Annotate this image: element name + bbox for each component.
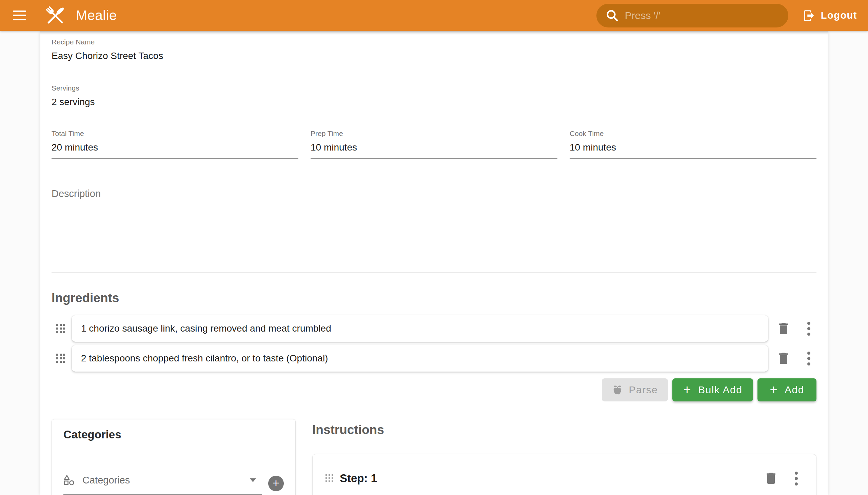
- logout-icon: [803, 9, 815, 22]
- plus-icon: +: [770, 383, 778, 396]
- drag-handle-icon[interactable]: [325, 474, 334, 482]
- field-underline: [52, 67, 816, 67]
- servings-input[interactable]: 2 servings: [52, 97, 816, 107]
- prep-time-input[interactable]: 10 minutes: [310, 142, 558, 153]
- trash-icon: [776, 351, 791, 366]
- lower-section: Categories Categories +: [52, 419, 816, 495]
- divider: [63, 450, 284, 450]
- recipe-name-field: Recipe Name Easy Chorizo Street Tacos: [52, 31, 816, 67]
- shapes-icon: [63, 474, 75, 486]
- plus-icon: +: [273, 477, 279, 489]
- ingredient-input[interactable]: 2 tablespoons chopped fresh cilantro, or…: [72, 345, 768, 372]
- recipe-name-label: Recipe Name: [52, 38, 816, 46]
- ingredient-actions: Parse + Bulk Add + Add: [52, 378, 816, 402]
- parse-button[interactable]: Parse: [602, 378, 668, 402]
- logout-button[interactable]: Logout: [803, 9, 857, 22]
- categories-card: Categories Categories +: [52, 419, 296, 495]
- drag-handle-icon[interactable]: [56, 324, 65, 333]
- categories-card-title: Categories: [63, 428, 284, 441]
- delete-step-button[interactable]: [763, 471, 779, 486]
- categories-select[interactable]: Categories: [63, 474, 262, 495]
- categories-select-row: Categories +: [63, 474, 284, 495]
- cook-time-label: Cook Time: [569, 130, 816, 138]
- ingredient-menu-button[interactable]: [801, 321, 816, 336]
- app-bar: Mealie Press '/' Logout: [0, 0, 868, 31]
- description-textarea[interactable]: [52, 199, 816, 267]
- recipe-editor-card: Recipe Name Easy Chorizo Street Tacos Se…: [40, 31, 828, 495]
- field-underline: [52, 113, 816, 113]
- logout-label: Logout: [821, 10, 857, 21]
- description-field[interactable]: Description: [52, 188, 816, 273]
- cook-time-field: Cook Time 10 minutes: [569, 130, 816, 159]
- recipe-name-input[interactable]: Easy Chorizo Street Tacos: [52, 51, 816, 62]
- ingredient-menu-button[interactable]: [801, 351, 816, 366]
- search-input[interactable]: Press '/': [596, 4, 788, 28]
- delete-ingredient-button[interactable]: [776, 351, 792, 366]
- servings-field: Servings 2 servings: [52, 84, 816, 113]
- instructions-heading: Instructions: [312, 423, 816, 437]
- total-time-label: Total Time: [52, 130, 299, 138]
- add-ingredient-button[interactable]: + Add: [758, 378, 816, 402]
- field-underline: [52, 158, 299, 159]
- bulk-add-button[interactable]: + Bulk Add: [673, 378, 753, 402]
- field-underline: [52, 273, 816, 273]
- prep-time-label: Prep Time: [310, 130, 558, 138]
- servings-label: Servings: [52, 84, 816, 92]
- description-label: Description: [52, 188, 816, 199]
- chevron-down-icon: [250, 478, 256, 482]
- menu-icon[interactable]: [13, 7, 29, 24]
- field-underline: [569, 158, 816, 159]
- ingredient-row: 1 chorizo sausage link, casing removed a…: [52, 315, 816, 342]
- search-icon: [606, 9, 619, 22]
- mealie-logo-icon: [43, 3, 68, 28]
- trash-icon: [776, 321, 791, 336]
- categories-column: Categories Categories +: [52, 419, 307, 495]
- ingredients-list: 1 chorizo sausage link, casing removed a…: [52, 315, 816, 372]
- times-row: Total Time 20 minutes Prep Time 10 minut…: [52, 130, 816, 159]
- cook-time-input[interactable]: 10 minutes: [569, 142, 816, 153]
- app-title: Mealie: [76, 8, 117, 23]
- total-time-field: Total Time 20 minutes: [52, 130, 299, 159]
- categories-select-label: Categories: [82, 475, 130, 486]
- step-header: Step: 1: [312, 454, 816, 486]
- step-menu-button[interactable]: [788, 471, 804, 486]
- instruction-step-card: Step: 1 Combine crumbled chorizo and chi…: [312, 454, 816, 495]
- field-underline: [310, 158, 558, 159]
- apple-icon: [612, 385, 623, 395]
- step-title: Step: 1: [340, 472, 377, 485]
- kebab-icon: [807, 352, 810, 365]
- parse-label: Parse: [629, 384, 658, 396]
- kebab-icon: [795, 472, 798, 485]
- add-category-button[interactable]: +: [268, 476, 284, 491]
- search-placeholder: Press '/': [625, 10, 661, 21]
- add-label: Add: [785, 384, 804, 396]
- total-time-input[interactable]: 20 minutes: [52, 142, 299, 153]
- ingredients-heading: Ingredients: [52, 291, 816, 305]
- delete-ingredient-button[interactable]: [776, 321, 792, 336]
- drag-handle-icon[interactable]: [56, 354, 65, 363]
- ingredient-input[interactable]: 1 chorizo sausage link, casing removed a…: [72, 315, 768, 342]
- instructions-column: Instructions Step: 1: [307, 419, 816, 495]
- plus-icon: +: [683, 383, 691, 396]
- bulk-add-label: Bulk Add: [698, 384, 742, 396]
- ingredient-row: 2 tablespoons chopped fresh cilantro, or…: [52, 345, 816, 372]
- trash-icon: [764, 471, 779, 486]
- prep-time-field: Prep Time 10 minutes: [310, 130, 558, 159]
- kebab-icon: [807, 322, 810, 336]
